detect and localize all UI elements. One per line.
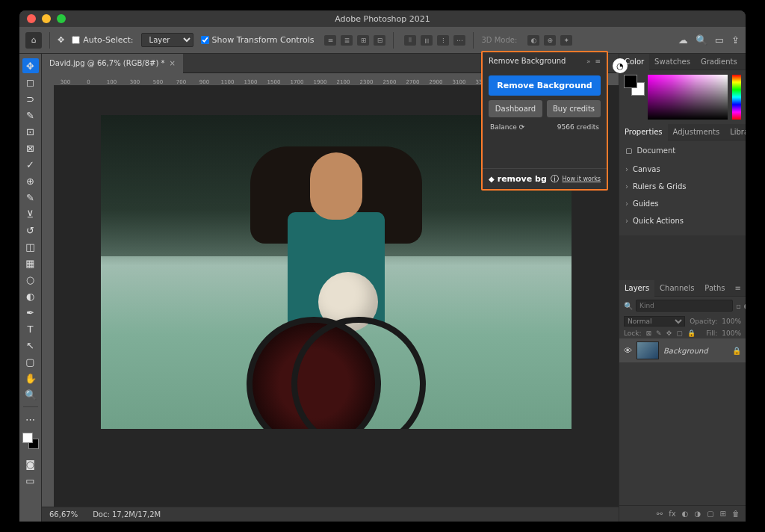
color-picker[interactable] bbox=[648, 75, 728, 120]
lock-icon[interactable]: ✥ bbox=[666, 330, 672, 337]
credits-value: 9566 credits bbox=[557, 123, 599, 131]
distribute-icon[interactable]: ⫴ bbox=[404, 35, 416, 46]
move-tool-icon[interactable]: ✥ bbox=[58, 35, 64, 45]
fx-icon[interactable]: fx bbox=[669, 510, 675, 518]
hand-tool[interactable]: ✋ bbox=[22, 371, 39, 386]
cloud-icon[interactable]: ☁ bbox=[678, 34, 688, 46]
lock-icon[interactable]: ✎ bbox=[656, 330, 662, 337]
props-rulers[interactable]: Rulers & Grids bbox=[625, 178, 740, 195]
group-icon[interactable]: ▢ bbox=[707, 510, 713, 518]
document-tab[interactable]: David.jpg @ 66,7% (RGB/8#) * × bbox=[42, 54, 183, 73]
tab-layers[interactable]: Layers bbox=[619, 280, 654, 297]
buy-credits-button[interactable]: Buy credits bbox=[547, 100, 601, 117]
align-icon[interactable]: ≡ bbox=[324, 35, 336, 46]
props-guides[interactable]: Guides bbox=[625, 195, 740, 212]
panel-menu-icon[interactable]: ≡ bbox=[595, 58, 601, 65]
stamp-tool[interactable]: ⊻ bbox=[22, 206, 39, 221]
eraser-tool[interactable]: ◫ bbox=[22, 239, 39, 254]
lock-icon[interactable]: ▢ bbox=[676, 330, 683, 337]
info-icon[interactable]: ⓘ bbox=[551, 173, 559, 185]
layer-row[interactable]: 👁 Background 🔒 bbox=[619, 338, 746, 362]
align-icon[interactable]: ⊞ bbox=[357, 35, 369, 46]
plugin-dock-icon[interactable]: ◔ bbox=[613, 58, 628, 73]
maximize-window-icon[interactable] bbox=[57, 14, 66, 23]
blend-mode-dropdown[interactable]: Normal bbox=[624, 316, 685, 327]
how-it-works-link[interactable]: How it works bbox=[563, 176, 601, 182]
props-quick[interactable]: Quick Actions bbox=[625, 212, 740, 229]
home-icon[interactable]: ⌂ bbox=[25, 32, 42, 49]
eyedropper-tool[interactable]: ✓ bbox=[22, 157, 39, 172]
align-icon[interactable]: ⊟ bbox=[374, 35, 385, 46]
history-brush-tool[interactable]: ↺ bbox=[22, 223, 39, 238]
visibility-icon[interactable]: 👁 bbox=[624, 346, 632, 356]
search-icon[interactable]: 🔍 bbox=[696, 34, 707, 46]
blur-tool[interactable]: ○ bbox=[22, 272, 39, 287]
auto-select-dropdown[interactable]: Layer bbox=[141, 33, 193, 47]
delete-icon[interactable]: 🗑 bbox=[732, 510, 740, 518]
props-canvas[interactable]: Canvas bbox=[625, 161, 740, 178]
link-icon[interactable]: ⚯ bbox=[657, 510, 663, 518]
tab-swatches[interactable]: Swatches bbox=[649, 54, 696, 70]
move-tool[interactable]: ✥ bbox=[22, 58, 39, 73]
marquee-tool[interactable]: ◻ bbox=[22, 75, 39, 90]
tab-patterns[interactable]: Patterns bbox=[743, 54, 746, 70]
close-tab-icon[interactable]: × bbox=[169, 59, 175, 67]
quick-select-tool[interactable]: ✎ bbox=[22, 108, 39, 123]
tab-paths[interactable]: Paths bbox=[699, 280, 730, 297]
adjustment-icon[interactable]: ◑ bbox=[694, 510, 701, 518]
shape-tool[interactable]: ▢ bbox=[22, 354, 39, 369]
new-layer-icon[interactable]: ⊞ bbox=[720, 510, 726, 518]
align-icon[interactable]: ≣ bbox=[341, 35, 353, 46]
layer-name[interactable]: Background bbox=[663, 347, 708, 355]
brush-tool[interactable]: ✎ bbox=[22, 190, 39, 205]
tab-properties[interactable]: Properties bbox=[619, 124, 668, 140]
panel-menu-icon[interactable]: ≡ bbox=[731, 284, 746, 292]
frame-tool[interactable]: ⊠ bbox=[22, 140, 39, 155]
3d-icon[interactable]: ✦ bbox=[560, 35, 572, 46]
workspace-icon[interactable]: ▭ bbox=[715, 34, 724, 46]
path-tool[interactable]: ↖ bbox=[22, 338, 39, 353]
lock-all-icon[interactable]: 🔒 bbox=[687, 330, 696, 337]
lock-icon[interactable]: 🔒 bbox=[732, 347, 741, 355]
collapse-icon[interactable]: » bbox=[586, 58, 591, 65]
edit-toolbar-icon[interactable]: ⋯ bbox=[22, 412, 39, 427]
minimize-window-icon[interactable] bbox=[42, 14, 51, 23]
layer-thumbnail[interactable] bbox=[637, 341, 659, 359]
filter-adj-icon[interactable]: ◐ bbox=[744, 300, 746, 311]
zoom-level[interactable]: 66,67% bbox=[49, 510, 78, 519]
filter-pixel-icon[interactable]: ▫ bbox=[736, 300, 741, 311]
distribute-icon[interactable]: ⫼ bbox=[421, 35, 433, 46]
close-window-icon[interactable] bbox=[27, 14, 36, 23]
show-transform-checkbox[interactable]: Show Transform Controls bbox=[201, 35, 315, 45]
doc-info: Doc: 17,2M/17,2M bbox=[93, 510, 161, 519]
dashboard-button[interactable]: Dashboard bbox=[489, 100, 542, 117]
screen-mode-icon[interactable]: ▭ bbox=[22, 473, 39, 488]
auto-select-checkbox[interactable]: Auto-Select: bbox=[72, 35, 133, 45]
distribute-icon[interactable]: ⋯ bbox=[453, 35, 465, 46]
3d-icon[interactable]: ◐ bbox=[527, 35, 539, 46]
tab-gradients[interactable]: Gradients bbox=[696, 54, 743, 70]
remove-background-button[interactable]: Remove Background bbox=[489, 75, 601, 96]
color-swatch-tool[interactable] bbox=[22, 433, 39, 449]
layers-filter-input[interactable] bbox=[636, 300, 733, 312]
lock-icon[interactable]: ⊠ bbox=[646, 330, 652, 337]
tab-libraries[interactable]: Libraries bbox=[725, 124, 746, 140]
distribute-icon[interactable]: ⫶ bbox=[437, 35, 449, 46]
heal-tool[interactable]: ⊕ bbox=[22, 173, 39, 188]
tab-adjustments[interactable]: Adjustments bbox=[668, 124, 725, 140]
share-icon[interactable]: ⇪ bbox=[731, 34, 740, 46]
3d-icon[interactable]: ⊕ bbox=[544, 35, 556, 46]
mask-icon[interactable]: ◐ bbox=[682, 510, 689, 518]
align-icons: ≡ ≣ ⊞ ⊟ bbox=[324, 35, 385, 46]
pen-tool[interactable]: ✒ bbox=[22, 305, 39, 320]
quick-mask-icon[interactable]: ◙ bbox=[22, 457, 39, 471]
dodge-tool[interactable]: ◐ bbox=[22, 288, 39, 303]
crop-tool[interactable]: ⊡ bbox=[22, 124, 39, 139]
hue-slider[interactable] bbox=[732, 75, 741, 120]
color-swatches[interactable] bbox=[624, 75, 643, 120]
gradient-tool[interactable]: ▦ bbox=[22, 256, 39, 270]
zoom-tool[interactable]: 🔍 bbox=[22, 387, 39, 402]
type-tool[interactable]: T bbox=[22, 321, 39, 336]
tab-channels[interactable]: Channels bbox=[654, 280, 699, 297]
lasso-tool[interactable]: ⊃ bbox=[22, 91, 39, 106]
